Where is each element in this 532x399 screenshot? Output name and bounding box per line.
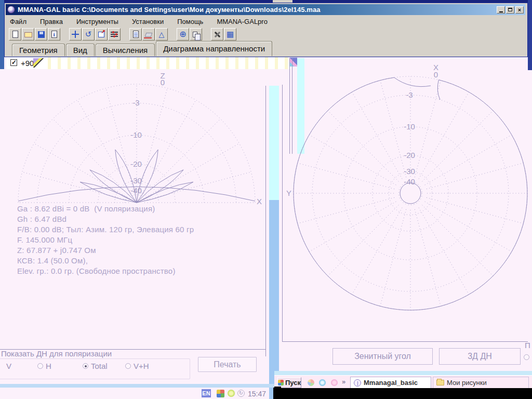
menu-item[interactable]: MMANA-GALpro: [216, 17, 269, 26]
info-button[interactable]: [48, 28, 60, 41]
maximize-icon: [508, 8, 512, 11]
tab-Диаграмма направленности[interactable]: Диаграмма направленности: [156, 41, 272, 56]
info-line: Elev. гр.: 0.0 гр. (Свободное пространст…: [17, 266, 194, 276]
target-icon: [179, 30, 186, 39]
info-line: Z: 67.877 + j0.747 Ом: [17, 245, 194, 256]
glitch-scrollbar-bottom: [269, 200, 279, 399]
mmana-logo-icon: [7, 6, 15, 14]
close-button[interactable]: ×: [515, 6, 524, 14]
tab-Вычисления[interactable]: Вычисления: [96, 44, 155, 56]
cutoff-control-label: П: [525, 341, 530, 350]
document-button[interactable]: [129, 28, 142, 41]
quicklaunch-player-icon[interactable]: [319, 379, 326, 386]
pattern-options-row: +90: [6, 57, 291, 69]
glitch-tray-stripe: [0, 384, 274, 388]
taskbar-task-Mmanagal_basic[interactable]: Mmanagal_basic: [350, 377, 431, 389]
save-button[interactable]: [35, 28, 47, 41]
tray-color-icon[interactable]: [217, 390, 224, 397]
save-icon: [38, 31, 45, 38]
menu-item[interactable]: Правка: [39, 17, 64, 26]
calculator-icon: [227, 30, 234, 39]
radio-label: Total: [91, 362, 108, 370]
calculator-button[interactable]: [224, 28, 236, 41]
copy-button[interactable]: [190, 28, 202, 41]
start-label: Пуск: [285, 379, 301, 387]
glitch-stripes: [48, 57, 288, 69]
antenna-info-block: Ga : 8.62 dBi = 0 dB (V поляризация)Gh :…: [17, 204, 194, 276]
glitch-line: [292, 58, 292, 154]
glitch-taskbar-stripe: [274, 371, 532, 375]
tab-Вид[interactable]: Вид: [66, 44, 95, 56]
quicklaunch-overflow-chevron[interactable]: »: [342, 378, 345, 385]
options-button[interactable]: [108, 28, 121, 41]
zenith-angle-button[interactable]: Зенитный угол: [332, 348, 433, 365]
quicklaunch-flower-icon[interactable]: [331, 379, 338, 386]
scale-button[interactable]: [95, 28, 108, 41]
mmana-logo-icon: [354, 379, 361, 387]
taskbar-task-Мои рисунки[interactable]: Мои рисунки: [433, 377, 529, 389]
open-folder-icon: [24, 32, 32, 37]
language-indicator[interactable]: EN: [202, 389, 211, 397]
pattern-view-area: +90 Ga : 8.62 dBi = 0 dB (V поляризация)…: [0, 57, 532, 399]
triangle-icon: [159, 30, 165, 39]
task-label: Mmanagal_basic: [364, 379, 418, 387]
minimize-button[interactable]: [497, 6, 505, 14]
radio-label: V+H: [134, 362, 149, 370]
polarization-radio-H[interactable]: H: [37, 362, 51, 370]
info-line: F/B: 0.00 dB; Тыл: Азим. 120 гр, Элеваци…: [17, 224, 194, 235]
polarization-radio-V[interactable]: V: [6, 362, 11, 370]
toolbar: [9, 27, 237, 42]
move-icon: [72, 31, 79, 38]
info-line: Gh : 6.47 dBd: [17, 214, 194, 224]
rotate-icon: [85, 30, 92, 39]
tab-strip: ГеометрияВидВычисленияДиаграмма направле…: [12, 41, 273, 56]
open-folder-button[interactable]: [22, 28, 34, 41]
radio-label: H: [46, 362, 51, 370]
target-button[interactable]: [177, 28, 189, 41]
glitch-black-area: [274, 388, 532, 399]
maximize-button[interactable]: [506, 6, 514, 14]
window-title: MMANA-GAL basic C:\Documents and Setting…: [18, 6, 497, 14]
desktop-right-strip: [528, 0, 532, 70]
polarization-radio-Total[interactable]: Total: [83, 362, 108, 370]
new-file-button[interactable]: [9, 28, 21, 41]
info-line: Ga : 8.62 dBi = 0 dB (V поляризация): [17, 204, 194, 214]
menu-item[interactable]: Установки: [131, 17, 165, 26]
menu-item[interactable]: Инструменты: [75, 17, 119, 26]
cutoff-radio[interactable]: [524, 354, 529, 360]
tray-clock: 15:47: [248, 390, 266, 398]
window-titlebar[interactable]: MMANA-GAL basic C:\Documents and Setting…: [6, 4, 525, 15]
triangle-button[interactable]: [155, 28, 168, 41]
app-window: MMANA-GAL basic C:\Documents and Setting…: [4, 3, 528, 57]
desktop-left-strip: [0, 0, 4, 69]
menu-item[interactable]: Файл: [9, 17, 28, 26]
folder-icon: [436, 380, 444, 385]
quicklaunch-browser-icon[interactable]: [308, 379, 314, 386]
tools-icon: [214, 31, 221, 38]
plus90-checkbox[interactable]: [10, 59, 17, 66]
tray-circle-icon[interactable]: [228, 390, 235, 397]
tab-Геометрия[interactable]: Геометрия: [12, 44, 65, 56]
info-icon: [51, 31, 57, 38]
3d-pattern-button[interactable]: 3Д ДН: [439, 348, 521, 365]
tools-button[interactable]: [211, 28, 223, 41]
right-panel-bottom-border: [282, 341, 528, 342]
glitch-line: [289, 58, 290, 154]
document-icon: [133, 31, 139, 38]
radio-circle[interactable]: [83, 363, 88, 369]
minimize-icon: [499, 11, 503, 12]
radio-circle[interactable]: [125, 363, 131, 369]
task-label: Мои рисунки: [447, 379, 487, 387]
rotate-button[interactable]: [82, 28, 95, 41]
polarization-radio-V+H[interactable]: V+H: [125, 362, 149, 370]
glitch-icon: [289, 58, 297, 66]
tray-swirl-icon[interactable]: ↻: [237, 390, 245, 397]
print-button[interactable]: Печать: [198, 357, 257, 372]
move-button[interactable]: [69, 28, 82, 41]
scale-icon: [98, 32, 104, 37]
radio-label: V: [6, 362, 11, 370]
radio-circle[interactable]: [37, 363, 43, 369]
options-icon: [111, 31, 118, 37]
eraser-button[interactable]: [142, 28, 155, 41]
menu-item[interactable]: Помощь: [176, 17, 204, 26]
